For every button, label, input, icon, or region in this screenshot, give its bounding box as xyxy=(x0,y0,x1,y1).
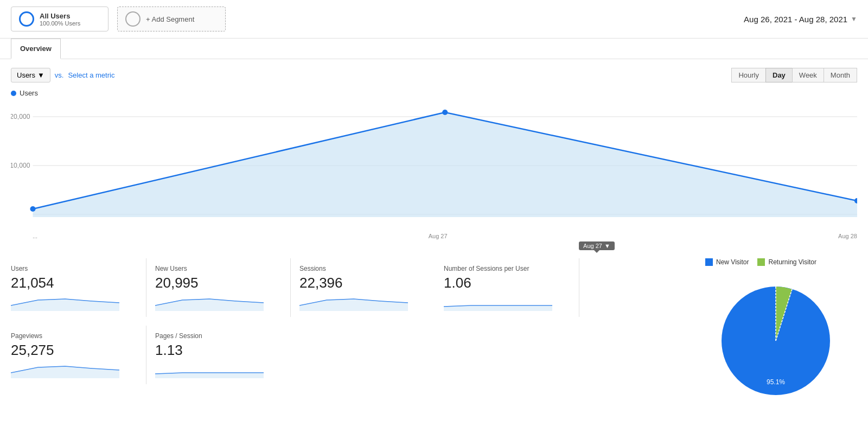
metric-value-users: 21,054 xyxy=(11,275,137,291)
svg-point-6 xyxy=(30,206,35,212)
svg-text:10,000: 10,000 xyxy=(11,162,30,169)
users-legend-label: Users xyxy=(20,89,38,97)
pie-chart-svg: 95.1% xyxy=(705,270,846,400)
metric-card-pages-per-session: Pages / Session 1.13 xyxy=(155,326,291,384)
chart-area: Users ▼ vs. Select a metric Hourly Day W… xyxy=(0,59,868,253)
sparkline-pageviews xyxy=(11,362,119,378)
tooltip-arrow-icon: ▼ xyxy=(604,243,610,249)
segments-area: All Users 100.00% Users + Add Segment xyxy=(11,7,226,31)
metric-title-sessions-per-user: Number of Sessions per User xyxy=(444,265,570,272)
returning-visitor-legend-box xyxy=(757,258,765,266)
svg-marker-14 xyxy=(155,373,264,378)
svg-point-7 xyxy=(442,110,448,115)
svg-marker-5 xyxy=(33,112,857,217)
svg-marker-12 xyxy=(444,306,552,311)
metric-card-sessions-per-user: Number of Sessions per User 1.06 xyxy=(444,258,579,317)
metric-title-pages-per-session: Pages / Session xyxy=(155,332,282,340)
metric-dropdown-button[interactable]: Users ▼ xyxy=(11,68,50,82)
x-label-end: Aug 28 xyxy=(838,233,857,239)
metric-card-users: Users 21,054 xyxy=(11,258,146,317)
x-label-start: ... xyxy=(33,233,37,239)
chart-tooltip: Aug 27 ▼ xyxy=(336,241,857,253)
metric-value-pages-per-session: 1.13 xyxy=(155,342,282,359)
svg-text:95.1%: 95.1% xyxy=(767,378,785,386)
time-btn-month[interactable]: Month xyxy=(824,68,857,82)
chart-svg: 20,000 10,000 xyxy=(11,100,857,231)
pie-legend: New Visitor Returning Visitor xyxy=(705,258,857,266)
date-range-text: Aug 26, 2021 - Aug 28, 2021 xyxy=(744,15,847,24)
new-visitor-legend-box xyxy=(705,258,713,266)
svg-marker-9 xyxy=(11,299,119,311)
svg-marker-11 xyxy=(299,299,408,311)
users-legend-dot xyxy=(11,91,16,96)
date-range-selector[interactable]: Aug 26, 2021 - Aug 28, 2021 ▼ xyxy=(744,15,857,24)
time-btn-hourly[interactable]: Hourly xyxy=(731,68,765,82)
time-btn-week[interactable]: Week xyxy=(792,68,824,82)
sparkline-sessions-per-user xyxy=(444,295,552,311)
line-chart: 20,000 10,000 xyxy=(11,100,857,231)
metric-title-users: Users xyxy=(11,265,137,272)
date-range-arrow-icon: ▼ xyxy=(851,15,857,23)
segment-label: All Users xyxy=(40,12,80,20)
metric-card-pageviews: Pageviews 25,275 xyxy=(11,326,146,384)
vs-label: vs. xyxy=(55,71,64,79)
add-segment-label: + Add Segment xyxy=(146,15,194,23)
add-circle-icon xyxy=(125,11,141,27)
tab-overview[interactable]: Overview xyxy=(11,39,61,59)
time-buttons: Hourly Day Week Month xyxy=(731,68,857,82)
svg-marker-10 xyxy=(155,299,264,311)
metric-value-new-users: 20,995 xyxy=(155,275,282,291)
new-visitor-legend-label: New Visitor xyxy=(716,258,749,266)
x-axis-labels: ... Aug 27 Aug 28 xyxy=(11,231,857,240)
metric-card-sessions: Sessions 22,396 xyxy=(299,258,435,317)
bottom-section: Users 21,054 New Users 20,995 Sessions 2… xyxy=(0,253,868,402)
add-segment-button[interactable]: + Add Segment xyxy=(117,7,226,31)
metric-value-sessions: 22,396 xyxy=(299,275,426,291)
segment-sublabel: 100.00% Users xyxy=(40,20,80,27)
select-metric-link[interactable]: Select a metric xyxy=(68,71,114,79)
time-btn-day[interactable]: Day xyxy=(765,68,792,82)
metric-title-sessions: Sessions xyxy=(299,265,426,272)
segment-circle-icon xyxy=(19,11,34,27)
x-label-mid: Aug 27 xyxy=(429,233,448,239)
svg-marker-13 xyxy=(11,366,119,378)
pie-section: New Visitor Returning Visitor xyxy=(694,258,857,402)
segment-info: All Users 100.00% Users xyxy=(40,12,80,27)
sparkline-users xyxy=(11,295,119,311)
metric-value-sessions-per-user: 1.06 xyxy=(444,275,570,291)
metric-card-new-users: New Users 20,995 xyxy=(155,258,291,317)
metric-title-pageviews: Pageviews xyxy=(11,332,137,340)
metrics-grid: Users 21,054 New Users 20,995 Sessions 2… xyxy=(11,258,694,393)
sparkline-sessions xyxy=(299,295,408,311)
svg-text:20,000: 20,000 xyxy=(11,113,30,120)
metric-dropdown-arrow-icon: ▼ xyxy=(37,71,44,79)
sparkline-pages-per-session xyxy=(155,362,264,378)
metric-label: Users xyxy=(17,71,35,79)
chart-legend: Users xyxy=(11,89,857,97)
returning-visitor-legend-label: Returning Visitor xyxy=(768,258,816,266)
metric-selector: Users ▼ vs. Select a metric xyxy=(11,68,114,82)
tooltip-label: Aug 27 xyxy=(583,243,602,249)
metric-value-pageviews: 25,275 xyxy=(11,342,137,359)
all-users-segment[interactable]: All Users 100.00% Users xyxy=(11,7,108,31)
chart-controls: Users ▼ vs. Select a metric Hourly Day W… xyxy=(11,68,857,82)
tab-bar: Overview xyxy=(0,39,868,59)
metric-title-new-users: New Users xyxy=(155,265,282,272)
pie-legend-new-visitor: New Visitor xyxy=(705,258,749,266)
tooltip-box: Aug 27 ▼ xyxy=(579,241,615,250)
sparkline-new-users xyxy=(155,295,264,311)
pie-legend-returning-visitor: Returning Visitor xyxy=(757,258,816,266)
top-bar: All Users 100.00% Users + Add Segment Au… xyxy=(0,0,868,39)
tooltip-arrow-down-icon xyxy=(594,250,599,253)
